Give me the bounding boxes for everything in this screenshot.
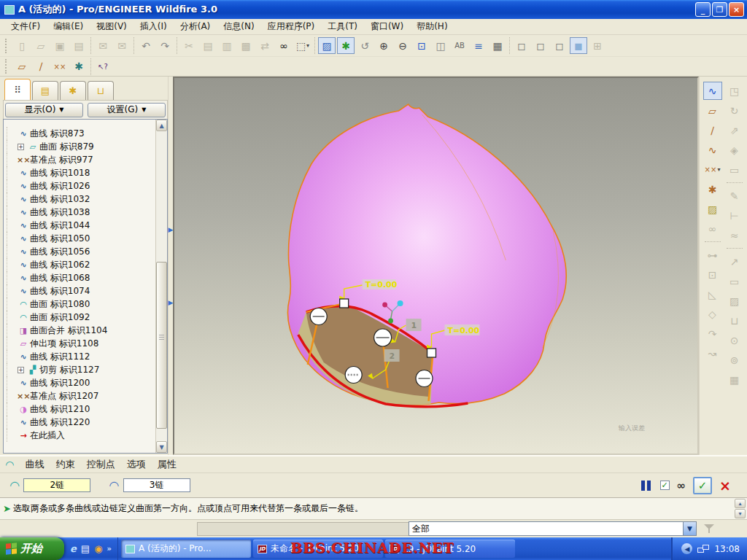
datum-plane-tool-icon[interactable]: ▱ (703, 101, 722, 120)
pattern-tool-icon[interactable]: ▦ (725, 370, 744, 389)
intersect-tool-icon[interactable]: ⊚ (725, 351, 744, 369)
redo-icon[interactable]: ↷ (156, 37, 174, 54)
curve-tool-icon[interactable]: ∿ (703, 82, 722, 100)
new-file-icon[interactable]: ▯ (13, 37, 31, 54)
tree-item[interactable]: ∿曲线 标识1032 (7, 192, 155, 206)
tree-item[interactable]: ∿曲线 标识873 (7, 127, 155, 140)
chevron-down-icon[interactable]: ▼ (683, 522, 696, 535)
rib-tool-icon[interactable]: ↝ (703, 344, 722, 362)
tree-item[interactable]: →在此插入 (7, 429, 155, 442)
hatch-tool-icon[interactable]: ▨ (725, 292, 744, 310)
select-box-icon[interactable]: ⬚▾ (294, 37, 311, 54)
zoom-fit-icon[interactable]: ⊡ (413, 37, 430, 54)
merge-tool-icon[interactable]: ⊙ (725, 331, 744, 349)
chevron-more-icon[interactable]: » (107, 545, 111, 553)
tree-item[interactable]: +▱曲面 标识879 (7, 140, 155, 153)
revolve-tool-icon[interactable]: ↻ (725, 101, 744, 120)
tree-item[interactable]: ◠曲面 标识1092 (7, 311, 155, 324)
context-help-icon[interactable]: ↖? (94, 58, 112, 75)
tree-item[interactable]: ∿曲线 标识1044 (7, 219, 155, 232)
graphics-viewport[interactable]: T=0.00 T=0.00 1 2 (173, 77, 699, 455)
tree-item[interactable]: ∿曲线 标识1220 (7, 416, 155, 429)
curve-handle-dotted[interactable] (345, 367, 362, 384)
menu-item-3[interactable]: 插入(I) (133, 19, 174, 34)
chain-tool-icon[interactable]: ∞ (703, 219, 722, 238)
draft-tool-icon[interactable]: ◺ (703, 285, 722, 303)
extend-tool-icon[interactable]: ↗ (725, 252, 744, 271)
tab-model-tree[interactable]: ⠿ (4, 79, 31, 100)
navigator-sash[interactable]: ▶ ▶ (168, 77, 173, 455)
curve-edit-tool-icon[interactable]: ≈ (725, 226, 744, 244)
menu-item-4[interactable]: 分析(A) (174, 19, 217, 34)
message-scroll-up-icon[interactable]: ▴ (735, 499, 746, 508)
scroll-down-icon[interactable]: ▼ (156, 441, 167, 453)
menu-item-9[interactable]: 帮助(H) (410, 19, 454, 34)
pause-button[interactable] (639, 478, 653, 493)
tray-chevron-icon[interactable]: ◀ (681, 543, 692, 554)
show-button[interactable]: 显示(O)▼ (5, 103, 83, 117)
tree-item[interactable]: ◑曲线 标识1210 (7, 402, 155, 416)
csys-tool-icon[interactable]: ✱ (703, 180, 722, 198)
extrude-tool-icon[interactable]: ◳ (725, 82, 744, 100)
datum-point-toggle-icon[interactable]: ×× (51, 58, 69, 75)
menu-item-8[interactable]: 窗口(W) (364, 19, 410, 34)
tree-item[interactable]: ∿曲线 标识1200 (7, 376, 155, 389)
spin-center-icon[interactable]: ✱ (337, 37, 355, 54)
tree-item[interactable]: +▞切剪 标识1127 (7, 363, 155, 376)
dashboard-tab-3[interactable]: 选项 (121, 456, 152, 472)
wireframe-icon[interactable]: ◻ (513, 37, 530, 54)
mail-icon[interactable]: ✉ (94, 37, 112, 54)
show-desktop-icon[interactable]: ▤ (81, 543, 90, 554)
network-icon[interactable] (697, 545, 709, 553)
zoom-out-icon[interactable]: ⊖ (394, 37, 411, 54)
round-tool-icon[interactable]: ↷ (703, 324, 722, 343)
undo-icon[interactable]: ↶ (137, 37, 155, 54)
messenger-icon[interactable]: ◉ (94, 543, 102, 554)
offset-tool-icon[interactable]: ⊡ (703, 265, 722, 284)
task-button[interactable]: JD19 - JDPaint 5.20 (385, 540, 515, 558)
sketch-tool-icon[interactable]: ∿ (703, 141, 722, 159)
hidden-line-icon[interactable]: ◻ (532, 37, 549, 54)
vertex-handle[interactable] (427, 349, 436, 357)
offset-surface-tool-icon[interactable]: ⊢ (725, 206, 744, 225)
dashboard-tab-4[interactable]: 属性 (152, 456, 182, 472)
datum-axis-tool-icon[interactable]: ∕ (703, 121, 722, 139)
task-button[interactable]: JD未命名 - JDPaint 5.20 (253, 540, 383, 558)
save-file-icon[interactable]: ▣ (51, 37, 69, 54)
menu-item-1[interactable]: 编辑(E) (47, 19, 90, 34)
expand-icon[interactable]: + (18, 144, 24, 150)
toolbar-grip[interactable] (5, 59, 8, 74)
menu-item-0[interactable]: 文件(F) (4, 19, 47, 34)
tree-scrollbar[interactable]: ▲ ▼ (155, 120, 167, 453)
datum-csys-toggle-icon[interactable]: ✱ (70, 58, 88, 75)
curve-handle[interactable] (310, 308, 327, 325)
fill-tool-icon[interactable]: ▭ (725, 160, 744, 179)
tree-item[interactable]: ▱伸出项 标识1108 (7, 337, 155, 350)
second-direction-input[interactable] (123, 478, 190, 492)
offset-point-tool-icon[interactable]: ▨ (703, 200, 722, 218)
menu-item-5[interactable]: 信息(N) (217, 19, 260, 34)
start-button[interactable]: 开始 (0, 537, 64, 560)
datum-point-tool-icon[interactable]: ××▾ (703, 160, 722, 179)
tree-item[interactable]: ∿曲线 标识1056 (7, 245, 155, 258)
send-mail-icon[interactable]: ✉ (113, 37, 131, 54)
pocket-tool-icon[interactable]: ⊔ (725, 311, 744, 330)
flange-tool-icon[interactable]: ◇ (703, 305, 722, 323)
tree-item[interactable]: ∿曲线 标识1038 (7, 206, 155, 219)
trim-tool-icon[interactable]: ▭ (725, 272, 744, 290)
datum-plane-toggle-icon[interactable]: ▱ (13, 58, 31, 75)
tree-item[interactable]: ∿曲线 标识1062 (7, 258, 155, 271)
tree-item[interactable]: ××基准点 标识1207 (7, 389, 155, 402)
tree-item[interactable]: ∿曲线 标识1112 (7, 350, 155, 363)
message-scroll-down-icon[interactable]: ▾ (735, 509, 746, 518)
annotation-icon[interactable]: AB (451, 37, 468, 54)
tree-item[interactable]: ××基准点 标识977 (7, 153, 155, 166)
menu-item-7[interactable]: 工具(T) (321, 19, 364, 34)
layers-icon[interactable]: ≡ (470, 37, 487, 54)
tree-item[interactable]: ∿曲线 标识1074 (7, 284, 155, 298)
regenerate-icon[interactable]: ⇄ (256, 37, 274, 54)
copy-icon[interactable]: ▤ (199, 37, 217, 54)
paste-icon[interactable]: ▥ (218, 37, 236, 54)
tree-item[interactable]: ∿曲线 标识1050 (7, 232, 155, 245)
paste-special-icon[interactable]: ▩ (237, 37, 255, 54)
